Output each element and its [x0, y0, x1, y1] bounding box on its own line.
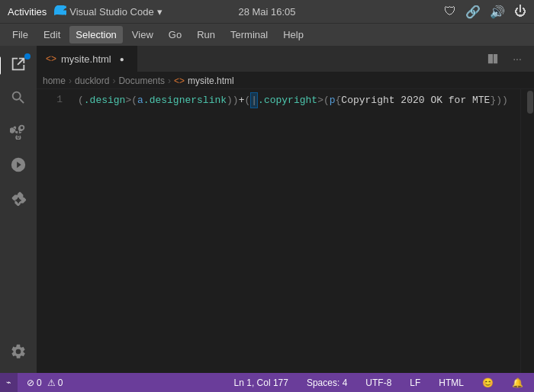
spaces-text: Spaces: 4 — [307, 378, 347, 388]
warning-icon: ⚠ — [47, 378, 56, 388]
notifications-button[interactable]: 🔔 — [507, 373, 528, 392]
class-designerslink: .designerslink — [143, 93, 227, 108]
source-control-button[interactable] — [5, 119, 32, 146]
line-number-1: 1 — [37, 92, 63, 107]
menu-file[interactable]: File — [6, 26, 34, 43]
tag-p: p — [330, 93, 336, 108]
run-debug-icon — [10, 156, 27, 177]
notification-dot — [24, 53, 31, 59]
settings-gear-icon — [10, 343, 27, 364]
menu-run[interactable]: Run — [191, 26, 221, 43]
title-bar-left: Activities Visual Studio Code ▾ — [8, 5, 162, 18]
extensions-button[interactable] — [5, 186, 32, 214]
title-bar-datetime: 28 Mai 16:05 — [238, 6, 295, 18]
vscode-logo-icon — [54, 5, 66, 18]
menu-edit[interactable]: Edit — [37, 26, 66, 43]
child-open: >( — [317, 93, 330, 108]
dropdown-icon: ▾ — [157, 6, 162, 18]
class-design: .design — [84, 93, 126, 108]
explorer-button[interactable] — [5, 52, 32, 79]
breadcrumb-sep-3: › — [168, 76, 171, 86]
title-bar: Activities Visual Studio Code ▾ 28 Mai 1… — [0, 0, 534, 23]
brace-close-2: }) — [490, 93, 502, 108]
line-ending-text: LF — [410, 378, 420, 388]
language-mode[interactable]: HTML — [434, 373, 468, 392]
text-copyright: Copyright 2020 OK for MTE — [341, 93, 490, 108]
breadcrumb: home › ducklord › Documents › <> mysite.… — [37, 72, 534, 89]
menu-view[interactable]: View — [126, 26, 159, 43]
paren-child-open: >( — [125, 93, 137, 108]
feedback-button[interactable]: 😊 — [478, 373, 498, 392]
run-button[interactable] — [5, 153, 32, 180]
paren-open: ( — [78, 93, 84, 108]
paren-open-2: ( — [244, 93, 250, 108]
code-editor[interactable]: 1 (.design>(a.designerslink))+(|.copyrig… — [37, 89, 534, 373]
breadcrumb-home[interactable]: home — [43, 76, 66, 86]
network-icon: 🔗 — [465, 5, 481, 19]
settings-button[interactable] — [5, 339, 32, 367]
cursor-position[interactable]: Ln 1, Col 177 — [230, 373, 293, 392]
error-icon: ⊘ — [27, 378, 34, 388]
explorer-icon — [10, 56, 27, 76]
more-actions-button[interactable]: ··· — [507, 48, 528, 69]
active-tab[interactable]: <> mysite.html ● — [37, 46, 138, 72]
breadcrumb-filename: mysite.html — [188, 76, 234, 86]
encoding[interactable]: UTF-8 — [361, 373, 396, 392]
breadcrumb-sep-1: › — [69, 76, 72, 86]
activities-button[interactable]: Activities — [8, 6, 47, 18]
vscode-icon: Visual Studio Code ▾ — [54, 5, 162, 18]
error-count: 0 — [37, 378, 42, 388]
source-control-icon — [10, 123, 27, 143]
minimap — [520, 89, 526, 373]
code-line-1: (.design>(a.designerslink))+(|.copyright… — [78, 92, 520, 108]
paren-close-2: ) — [502, 93, 508, 108]
brace-open: { — [336, 93, 342, 108]
breadcrumb-file-icon: <> — [174, 76, 185, 86]
selection-highlight: | — [250, 92, 258, 108]
html-file-icon: <> — [46, 53, 56, 64]
menu-bar: File Edit Selection View Go Run Terminal… — [0, 23, 534, 46]
status-bar: ⌁ ⊘ 0 ⚠ 0 Ln 1, Col 177 Spaces: 4 UTF-8 … — [0, 373, 534, 392]
tag-a: a — [137, 93, 143, 108]
breadcrumb-file[interactable]: <> mysite.html — [174, 76, 234, 86]
breadcrumb-ducklord[interactable]: ducklord — [75, 76, 109, 86]
tab-modified-dot[interactable]: ● — [116, 53, 128, 65]
class-copyright: .copyright — [258, 93, 317, 108]
pipe: | — [251, 95, 257, 106]
bell-icon: 🔔 — [512, 378, 523, 388]
plus: + — [239, 93, 245, 108]
menu-help[interactable]: Help — [277, 26, 310, 43]
power-icon: ⏻ — [514, 5, 526, 18]
tab-actions: ··· — [482, 46, 534, 72]
split-editor-button[interactable] — [482, 48, 503, 69]
code-content[interactable]: (.design>(a.designerslink))+(|.copyright… — [75, 89, 520, 373]
main-layout: <> mysite.html ● ··· home › ducklord › D… — [0, 46, 534, 373]
menu-selection[interactable]: Selection — [69, 26, 122, 43]
smiley-icon: 😊 — [482, 378, 494, 388]
breadcrumb-documents[interactable]: Documents — [118, 76, 165, 86]
menu-terminal[interactable]: Terminal — [224, 26, 274, 43]
paren-close-1: )) — [227, 93, 239, 108]
scrollbar-thumb[interactable] — [527, 91, 533, 114]
editor-area: <> mysite.html ● ··· home › ducklord › D… — [37, 46, 534, 373]
title-bar-right: 🛡 🔗 🔊 ⏻ — [444, 5, 526, 19]
status-right: Ln 1, Col 177 Spaces: 4 UTF-8 LF HTML 😊 … — [230, 373, 528, 392]
menu-go[interactable]: Go — [162, 26, 188, 43]
encoding-text: UTF-8 — [365, 378, 391, 388]
indentation[interactable]: Spaces: 4 — [302, 373, 352, 392]
search-icon — [10, 89, 27, 110]
warning-count: 0 — [58, 378, 63, 388]
activity-bar — [0, 46, 37, 373]
app-name: Visual Studio Code — [69, 6, 153, 18]
tab-filename: mysite.html — [61, 53, 111, 65]
breadcrumb-sep-2: › — [112, 76, 115, 86]
search-button[interactable] — [5, 85, 32, 113]
volume-icon: 🔊 — [490, 5, 505, 19]
remote-icon: ⌁ — [6, 378, 11, 387]
language-text: HTML — [439, 378, 464, 388]
errors-indicator[interactable]: ⊘ 0 ⚠ 0 — [22, 373, 67, 392]
extensions-icon — [10, 190, 27, 210]
scrollbar-vertical[interactable] — [526, 89, 534, 373]
line-ending[interactable]: LF — [405, 373, 425, 392]
remote-indicator[interactable]: ⌁ — [0, 373, 18, 392]
